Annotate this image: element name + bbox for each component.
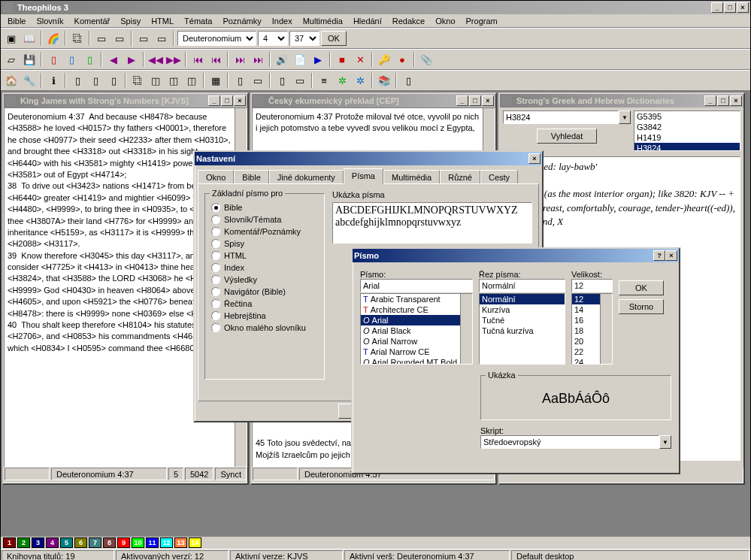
tab-okno[interactable]: Okno <box>198 170 234 184</box>
maximize-button[interactable]: □ <box>221 95 233 106</box>
tb-btn[interactable]: ● <box>394 51 410 68</box>
tb-btn[interactable]: ▭ <box>93 30 110 47</box>
tb-btn[interactable]: ▭ <box>250 72 266 89</box>
size-input[interactable] <box>571 279 613 292</box>
tb-btn[interactable]: 📚 <box>376 72 392 89</box>
colortab-10[interactable]: 10 <box>132 537 144 548</box>
tb-btn[interactable]: ▯ <box>81 51 98 68</box>
tb-btn[interactable]: ▯ <box>274 72 290 89</box>
tb-btn[interactable]: ■ <box>334 51 350 68</box>
maximize-button[interactable]: □ <box>717 95 729 106</box>
tb-btn[interactable]: 📖 <box>21 30 38 47</box>
menu-html[interactable]: HTML <box>147 15 178 27</box>
strongs-search-button[interactable]: Vyhledat <box>537 129 597 144</box>
radio-hebrejstina[interactable]: Hebrejština <box>211 310 318 322</box>
tb-btn[interactable]: ◀◀ <box>147 51 164 68</box>
tb-btn[interactable]: ▯ <box>63 51 80 68</box>
list-item[interactable]: OArial <box>361 315 472 325</box>
tb-btn[interactable]: 🔊 <box>274 51 290 68</box>
tb-btn[interactable]: ℹ <box>45 72 62 89</box>
close-button[interactable]: × <box>737 2 749 13</box>
list-item[interactable]: OArial Black <box>361 325 472 336</box>
tb-btn[interactable]: ⿻ <box>129 72 146 89</box>
list-item[interactable]: TArabic Transparent <box>361 294 472 304</box>
minimize-button[interactable]: _ <box>704 95 716 106</box>
script-select[interactable] <box>480 435 659 449</box>
tb-btn[interactable]: 🌈 <box>45 30 62 47</box>
radio-html[interactable]: HTML <box>211 250 318 262</box>
chapter-select[interactable]: 4 <box>258 31 288 46</box>
list-item[interactable]: OArial Rounded MT Bold <box>361 357 472 365</box>
radio-vysledky[interactable]: Výsledky <box>211 274 318 286</box>
list-item[interactable]: Tučná kurzíva <box>480 325 565 336</box>
tab-bible[interactable]: Bible <box>234 170 268 184</box>
tb-btn[interactable]: ▯ <box>105 72 122 89</box>
dropdown-icon[interactable]: ▼ <box>619 110 631 124</box>
minimize-button[interactable]: _ <box>456 95 468 106</box>
minimize-button[interactable]: _ <box>711 2 723 13</box>
tb-btn[interactable]: ▯ <box>400 72 416 89</box>
tb-btn[interactable]: 🔧 <box>21 72 38 89</box>
list-item[interactable]: G3842 <box>634 122 740 132</box>
font-input[interactable] <box>360 279 473 292</box>
close-button[interactable]: × <box>482 95 494 106</box>
tb-btn[interactable]: ▯ <box>45 51 62 68</box>
menu-bible[interactable]: Bible <box>3 15 30 27</box>
tab-cesty[interactable]: Cesty <box>480 170 518 184</box>
tb-btn[interactable]: ◫ <box>147 72 164 89</box>
colortab-8[interactable]: 8 <box>103 537 116 548</box>
menu-poznamky[interactable]: Poznámky <box>218 15 265 27</box>
tb-btn[interactable]: ▶ <box>123 51 140 68</box>
tb-btn[interactable]: ▶ <box>310 51 326 68</box>
tb-btn[interactable]: ◫ <box>165 72 182 89</box>
tab-multimedia[interactable]: Multimédia <box>383 170 440 184</box>
tb-btn[interactable]: 🏠 <box>3 72 20 89</box>
list-item[interactable]: Tučné <box>480 315 565 325</box>
font-cancel-button[interactable]: Storno <box>619 299 664 314</box>
colortab-1[interactable]: 1 <box>3 537 16 548</box>
tb-btn[interactable]: ▭ <box>135 30 152 47</box>
radio-rectina[interactable]: Řečtina <box>211 298 318 310</box>
colortab-2[interactable]: 2 <box>17 537 30 548</box>
tb-btn[interactable]: ▯ <box>87 72 104 89</box>
colortab-6[interactable]: 6 <box>74 537 87 548</box>
tb-btn[interactable]: ⏮ <box>189 51 206 68</box>
tb-btn[interactable]: ≡ <box>316 72 332 89</box>
menu-program[interactable]: Program <box>462 15 502 27</box>
tb-btn[interactable]: ▭ <box>292 72 308 89</box>
help-button[interactable]: ? <box>653 250 665 261</box>
font-list[interactable]: TArabic Transparent TArchitecture CE OAr… <box>360 293 473 365</box>
menu-okno[interactable]: Okno <box>431 15 459 27</box>
menu-temata[interactable]: Témata <box>180 15 217 27</box>
tab-ruzne[interactable]: Různé <box>440 170 480 184</box>
list-item[interactable]: G5395 <box>634 111 740 122</box>
tb-btn[interactable]: ▯ <box>69 72 86 89</box>
settings-titlebar[interactable]: Nastavení × <box>195 152 542 165</box>
colortab-9[interactable]: 9 <box>117 537 130 548</box>
radio-index[interactable]: Index <box>211 262 318 274</box>
close-button[interactable]: × <box>730 95 742 106</box>
tb-btn[interactable]: ▯ <box>232 72 248 89</box>
colortab-13[interactable]: 13 <box>174 537 187 548</box>
tb-btn[interactable]: ▶▶ <box>165 51 182 68</box>
close-button[interactable]: × <box>528 153 541 164</box>
size-list[interactable]: 12 14 16 18 20 22 24 <box>571 293 613 365</box>
strongs-search-input[interactable] <box>503 110 619 124</box>
tb-btn[interactable]: ⏮ <box>207 51 224 68</box>
maximize-button[interactable]: □ <box>469 95 481 106</box>
style-list[interactable]: Normální Kurzíva Tučné Tučná kurzíva <box>479 293 565 365</box>
menu-slovnik[interactable]: Slovník <box>32 15 68 27</box>
list-item[interactable]: OArial Narrow <box>361 336 472 347</box>
kjvs-titlebar[interactable]: King James with Strong's Numbers [KJVS] … <box>4 94 247 107</box>
menu-spisy[interactable]: Spisy <box>116 15 145 27</box>
dropdown-icon[interactable]: ▼ <box>659 435 671 449</box>
goto-ok-button[interactable]: OK <box>321 31 347 46</box>
tb-btn[interactable]: ▦ <box>207 72 224 89</box>
list-item[interactable]: TArial Narrow CE <box>361 347 472 357</box>
menu-hledani[interactable]: Hledání <box>349 15 386 27</box>
tb-btn[interactable]: 📎 <box>418 51 435 68</box>
tab-pisma[interactable]: Písma <box>344 168 383 184</box>
menu-redakce[interactable]: Redakce <box>388 15 429 27</box>
strongs-history[interactable]: G5395 G3842 H1419 H3824 <box>634 110 740 151</box>
font-titlebar[interactable]: Písmo ? × <box>353 249 679 262</box>
